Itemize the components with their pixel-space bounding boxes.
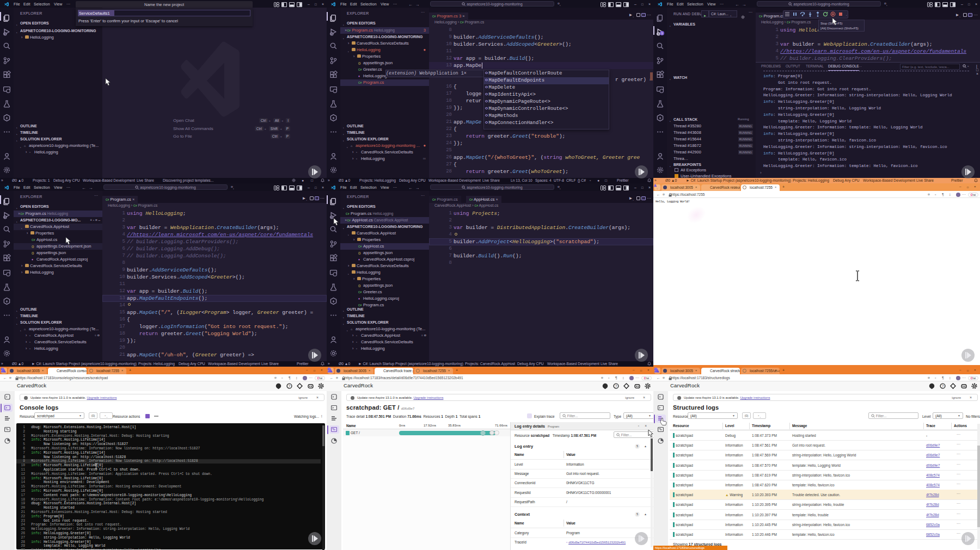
svg-text:?: ? [288, 384, 290, 388]
svg-text:?: ? [941, 384, 944, 388]
svg-text:?: ? [615, 384, 617, 388]
